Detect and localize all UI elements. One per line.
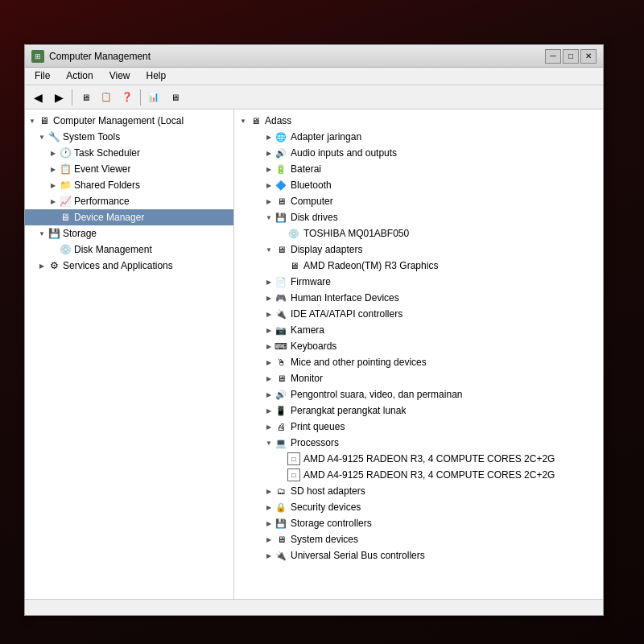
rp-adapter-jaringan[interactable]: ▶ 🌐 Adapter jaringan (234, 129, 603, 145)
left-tree-panel[interactable]: ▼ 🖥 Computer Management (Local ▼ 🔧 Syste… (25, 109, 234, 599)
disk-management-icon: 💿 (59, 243, 72, 256)
tree-performance[interactable]: ▶ 📈 Performance (25, 193, 233, 209)
toolbar-separator-2 (140, 89, 141, 105)
properties-button[interactable]: 📋 (97, 88, 116, 107)
show-console-button[interactable]: 🖥 (76, 88, 95, 107)
view-button[interactable]: 📊 (144, 88, 163, 107)
menu-help[interactable]: Help (140, 69, 173, 83)
rp-firmware[interactable]: ▶ 📄 Firmware (234, 274, 603, 290)
title-bar: ⊞ Computer Management ─ □ ✕ (25, 45, 603, 68)
rp-root[interactable]: ▼ 🖥 Adass (234, 113, 603, 129)
rp-mice[interactable]: ▶ 🖱 Mice and other pointing devices (234, 354, 603, 370)
perangkat-label: Perangkat perangkat lunak (291, 405, 406, 416)
firmware-label: Firmware (291, 276, 331, 287)
computer-management-window: ⊞ Computer Management ─ □ ✕ File Action … (24, 44, 604, 616)
device-manager-label: Device Manager (74, 212, 144, 223)
rp-security[interactable]: ▶ 🔒 Security devices (234, 499, 603, 515)
rp-ide[interactable]: ▶ 🔌 IDE ATA/ATAPI controllers (234, 306, 603, 322)
rp-root-icon: 🖥 (249, 114, 262, 127)
ide-label: IDE ATA/ATAPI controllers (291, 308, 402, 320)
maximize-button[interactable]: □ (563, 49, 579, 64)
tree-services[interactable]: ▶ ⚙ Services and Applications (25, 258, 233, 274)
rp-amd-cpu-1[interactable]: □ AMD A4-9125 RADEON R3, 4 COMPUTE CORES… (234, 451, 603, 467)
minimize-button[interactable]: ─ (545, 49, 561, 64)
adapter-icon: 🌐 (275, 130, 287, 143)
tree-event-viewer[interactable]: ▶ 📋 Event Viewer (25, 161, 233, 177)
rp-processors[interactable]: ▼ 💻 Processors (234, 435, 603, 451)
rp-perangkat[interactable]: ▶ 📱 Perangkat perangkat lunak (234, 402, 603, 419)
storage-icon: 💾 (47, 227, 60, 240)
rp-baterai[interactable]: ▶ 🔋 Baterai (234, 161, 603, 177)
rp-storage-controllers[interactable]: ▶ 💾 Storage controllers (234, 515, 603, 531)
monitor-button[interactable]: 🖥 (165, 88, 184, 107)
disk-management-label: Disk Management (74, 244, 152, 255)
audio-arrow: ▶ (263, 147, 275, 159)
rp-kamera[interactable]: ▶ 📷 Kamera (234, 322, 603, 338)
rp-toshiba[interactable]: 💿 TOSHIBA MQ01ABF050 (234, 225, 603, 242)
keyboards-arrow: ▶ (263, 341, 275, 352)
processors-icon: 💻 (275, 436, 287, 449)
tree-root[interactable]: ▼ 🖥 Computer Management (Local (25, 113, 233, 129)
rp-bluetooth[interactable]: ▶ 🔷 Bluetooth (234, 177, 603, 193)
close-button[interactable]: ✕ (580, 49, 597, 64)
tree-system-tools[interactable]: ▼ 🔧 System Tools (25, 129, 233, 145)
hid-arrow: ▶ (263, 292, 275, 303)
amd-cpu1-label: AMD A4-9125 RADEON R3, 4 COMPUTE CORES 2… (303, 453, 555, 464)
rp-root-label: Adass (265, 115, 291, 126)
system-tools-icon: 🔧 (47, 130, 60, 143)
rp-amd-cpu-2[interactable]: □ AMD A4-9125 RADEON R3, 4 COMPUTE CORES… (234, 467, 603, 483)
rp-pengontrol[interactable]: ▶ 🔊 Pengontrol suara, video, dan permain… (234, 386, 603, 402)
right-panel[interactable]: ▼ 🖥 Adass ▶ 🌐 Adapter jaringan ▶ 🔊 Audio… (234, 109, 603, 599)
tree-disk-management[interactable]: 💿 Disk Management (25, 242, 233, 258)
event-viewer-icon: 📋 (59, 163, 72, 175)
rp-display-adapters[interactable]: ▼ 🖥 Display adapters (234, 242, 603, 258)
rp-system-devices[interactable]: ▶ 🖥 System devices (234, 531, 603, 547)
task-scheduler-arrow: ▶ (47, 147, 59, 159)
menu-view[interactable]: View (103, 69, 137, 83)
rp-keyboards[interactable]: ▶ ⌨ Keyboards (234, 338, 603, 354)
rp-computer[interactable]: ▶ 🖥 Computer (234, 193, 603, 209)
tree-shared-folders[interactable]: ▶ 📁 Shared Folders (25, 177, 233, 193)
mice-arrow: ▶ (263, 357, 275, 368)
rp-sd-host[interactable]: ▶ 🗂 SD host adapters (234, 483, 603, 499)
mice-icon: 🖱 (275, 356, 287, 369)
system-dev-icon: 🖥 (275, 533, 287, 546)
disk-drives-arrow: ▼ (263, 212, 275, 223)
baterai-label: Baterai (291, 163, 321, 175)
rp-amd-radeon[interactable]: 🖥 AMD Radeon(TM) R3 Graphics (234, 258, 603, 274)
computer-icon: 🖥 (275, 195, 287, 208)
performance-arrow: ▶ (47, 196, 59, 207)
storage-ctrl-label: Storage controllers (291, 518, 372, 529)
bluetooth-label: Bluetooth (291, 180, 332, 191)
menu-file[interactable]: File (28, 69, 56, 83)
storage-arrow: ▼ (36, 228, 47, 239)
performance-icon: 📈 (59, 195, 72, 208)
usb-arrow: ▶ (263, 550, 275, 561)
help-button[interactable]: ❓ (118, 88, 137, 107)
print-arrow: ▶ (263, 421, 275, 432)
monitor-arrow: ▶ (263, 373, 275, 384)
back-button[interactable]: ◀ (28, 88, 47, 107)
rp-usb[interactable]: ▶ 🔌 Universal Serial Bus controllers (234, 547, 603, 564)
menu-action[interactable]: Action (60, 69, 99, 83)
tree-device-manager[interactable]: 🖥 Device Manager (25, 209, 233, 225)
toshiba-label: TOSHIBA MQ01ABF050 (303, 228, 409, 239)
adapter-label: Adapter jaringan (291, 131, 361, 142)
rp-print-queues[interactable]: ▶ 🖨 Print queues (234, 419, 603, 435)
rp-audio[interactable]: ▶ 🔊 Audio inputs and outputs (234, 145, 603, 161)
device-manager-arrow (47, 212, 59, 223)
kamera-arrow: ▶ (263, 324, 275, 336)
disk-drives-icon: 💾 (275, 211, 287, 224)
tree-task-scheduler[interactable]: ▶ 🕐 Task Scheduler (25, 145, 233, 161)
sd-host-arrow: ▶ (263, 485, 275, 497)
status-bar (25, 599, 603, 615)
rp-disk-drives[interactable]: ▼ 💾 Disk drives (234, 209, 603, 225)
tree-storage[interactable]: ▼ 💾 Storage (25, 225, 233, 242)
forward-button[interactable]: ▶ (49, 88, 68, 107)
rp-monitor[interactable]: ▶ 🖥 Monitor (234, 370, 603, 386)
pengontrol-icon: 🔊 (275, 388, 287, 401)
baterai-arrow: ▶ (263, 163, 275, 175)
print-label: Print queues (291, 421, 345, 432)
rp-hid[interactable]: ▶ 🎮 Human Interface Devices (234, 290, 603, 306)
ide-icon: 🔌 (275, 308, 287, 320)
